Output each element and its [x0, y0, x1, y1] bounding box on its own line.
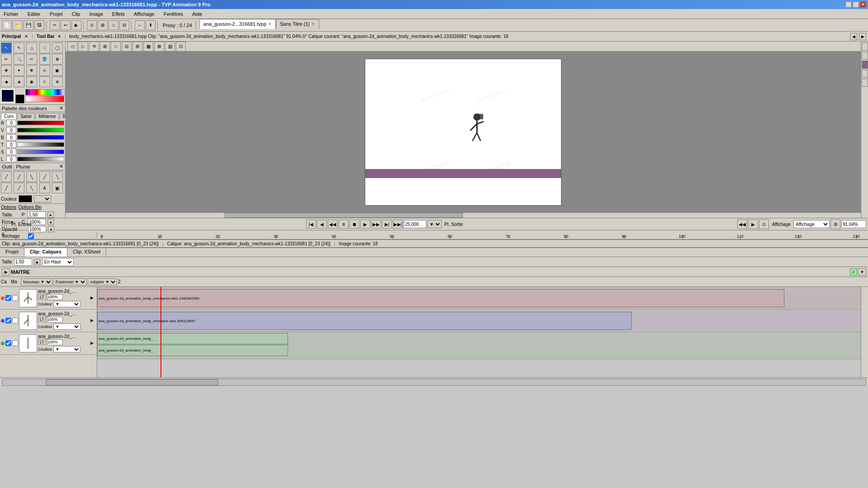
fps-dropdown[interactable]: ▼ — [427, 220, 442, 228]
tl-taille-up[interactable]: ▲ — [34, 259, 40, 265]
opacite-up[interactable]: ▲ — [48, 226, 54, 232]
pen-tool-7[interactable]: ╱ — [14, 183, 24, 193]
track1-vis[interactable] — [1, 296, 5, 300]
panel-close-btn[interactable]: ✕ — [24, 34, 28, 39]
close-button[interactable]: ✕ — [860, 1, 866, 8]
tool-pen[interactable]: ✏ — [1, 54, 12, 65]
track1-pct[interactable] — [47, 294, 63, 300]
color-hue-bar[interactable] — [25, 89, 64, 95]
track2-expand[interactable]: ▶ — [90, 318, 96, 324]
tool-bucket[interactable]: 🪣 — [39, 54, 50, 65]
tool-scissors[interactable]: ✂ — [26, 54, 37, 65]
tool-plume-close[interactable]: ✕ — [59, 164, 63, 169]
pen-tool-5[interactable]: ╲ — [52, 171, 63, 182]
tool-extra5[interactable]: ⊕ — [52, 76, 63, 87]
affichage-dropdown[interactable]: Affichage — [793, 220, 830, 228]
export-button[interactable]: ⬆ — [146, 20, 156, 30]
tool-extra3[interactable]: ◉ — [26, 76, 37, 87]
track2-check2[interactable] — [12, 318, 18, 324]
menu-aide[interactable]: Aide — [190, 10, 204, 18]
color-tab-melanne[interactable]: Mélanne — [35, 113, 59, 119]
canvas-tb-btn7[interactable]: ⊞ — [132, 42, 142, 52]
tool-frame[interactable]: ▣ — [52, 65, 63, 76]
pen-tool-3[interactable]: ╲ — [26, 171, 37, 182]
v-slider[interactable] — [17, 128, 64, 132]
opacite-input[interactable] — [28, 226, 46, 232]
track1-couleur-dd[interactable]: ▼ — [53, 301, 80, 307]
track2-vis[interactable] — [1, 319, 5, 323]
tool-extra4[interactable]: ◊ — [39, 76, 50, 87]
tab-file2[interactable]: Sans Titre (1) ✕ — [276, 19, 319, 29]
tl-clip-1[interactable]: ana_gusson-2d_animation_body_mechanics-w… — [97, 289, 784, 307]
t-slider[interactable] — [17, 142, 64, 147]
play-prev-frame[interactable]: ◀ — [317, 220, 327, 229]
flip-button[interactable]: ↔ — [135, 20, 145, 30]
th-nouveau[interactable]: Nouveau ▼ — [21, 278, 52, 286]
play-end2[interactable]: ▶▶| — [393, 220, 403, 229]
b-input[interactable] — [6, 134, 16, 141]
track2-pct[interactable] — [47, 317, 63, 323]
tl-taille-input[interactable] — [14, 258, 32, 266]
l-input[interactable] — [6, 156, 16, 162]
tool-select[interactable]: ↖ — [1, 42, 12, 53]
pen-tool-1[interactable]: ╱ — [1, 171, 12, 182]
menu-clip[interactable]: Clip — [70, 10, 82, 18]
color-sat-bar[interactable] — [25, 96, 64, 102]
save-as-button[interactable]: 🖫 — [34, 20, 44, 30]
tab-file1[interactable]: ana_gusson-2...316681.tvpp ✕ — [199, 19, 276, 29]
tl-clip-2[interactable]: ana_gusson-2d_animation_body_mechanic-wk… — [97, 312, 632, 330]
th-fusionner[interactable]: Fusionner ▼ — [53, 278, 87, 286]
canvas-zoom-out[interactable]: ◀ — [850, 33, 857, 40]
right-strip-tab4[interactable] — [862, 70, 868, 78]
cut-button[interactable]: ✂ — [50, 20, 60, 30]
taille-input[interactable] — [28, 211, 46, 218]
tl-h-scroll[interactable] — [2, 379, 866, 386]
t-input[interactable] — [6, 141, 16, 148]
affichage-btn3[interactable]: ⊙ — [759, 219, 769, 229]
track3-expand[interactable]: ▶ — [90, 341, 96, 346]
r-input[interactable] — [6, 120, 16, 126]
track3-pct[interactable] — [47, 339, 63, 345]
menu-fenetres[interactable]: Fenêtres — [162, 10, 185, 18]
s-input[interactable] — [6, 149, 16, 155]
zoom-input[interactable] — [841, 220, 866, 228]
tool-extra1[interactable]: ◆ — [1, 76, 12, 87]
canvas-h-scrollbar[interactable] — [66, 212, 861, 218]
right-strip-tab3[interactable] — [862, 61, 868, 69]
bin-label[interactable]: Options Bin — [18, 205, 42, 210]
undo-button[interactable]: ↩ — [61, 20, 71, 30]
s-slider[interactable] — [17, 150, 64, 154]
tool-rect[interactable]: □ — [39, 42, 50, 53]
menu-fichier[interactable]: Fichier — [2, 10, 20, 18]
color-tab-curs[interactable]: Curs — [1, 113, 17, 119]
onion-skin-button[interactable]: ⊙ — [87, 20, 97, 30]
affichage-btn2[interactable]: ▶ — [748, 219, 758, 229]
master-expand[interactable]: ▶ — [2, 268, 10, 276]
pen-tool-6[interactable]: ╱ — [1, 183, 12, 193]
tl-tab-projet[interactable]: Projet — [0, 248, 24, 257]
redo-button[interactable]: ▶ — [71, 20, 81, 30]
master-check[interactable]: ✓ — [850, 268, 857, 276]
right-strip-tab2[interactable] — [862, 52, 868, 60]
playhead[interactable] — [160, 287, 161, 377]
tab-close-2[interactable]: ✕ — [311, 22, 315, 26]
tool-text[interactable]: A — [39, 65, 50, 76]
pen-tool-2[interactable]: ╱ — [14, 171, 24, 182]
play-end-btn[interactable]: ▶| — [382, 220, 392, 229]
tl-tab-xsheet[interactable]: Clip: XSheet — [67, 248, 106, 257]
view-button[interactable]: ⊟ — [119, 20, 129, 30]
options-label[interactable]: Options — [1, 205, 16, 210]
tab-close-1[interactable]: ✕ — [268, 22, 272, 26]
track2-couleur-dd[interactable]: ▼ — [53, 324, 80, 330]
track3-check[interactable] — [5, 340, 11, 346]
tool-circle[interactable]: ◯ — [52, 42, 63, 53]
canvas-tb-btn6[interactable]: ⊟ — [122, 42, 132, 52]
force-up[interactable]: ▲ — [47, 219, 54, 225]
taille-up[interactable]: ▲ — [47, 211, 54, 218]
canvas-tb-btn2[interactable]: ▷ — [78, 42, 88, 52]
tool-brush1[interactable]: ✿ — [52, 54, 63, 65]
tool-brush2[interactable]: ✤ — [1, 65, 12, 76]
pen-tool-text[interactable]: A — [39, 183, 50, 193]
minimize-button[interactable]: — — [845, 1, 852, 8]
affichage-btn1[interactable]: ◀◀ — [737, 219, 747, 229]
